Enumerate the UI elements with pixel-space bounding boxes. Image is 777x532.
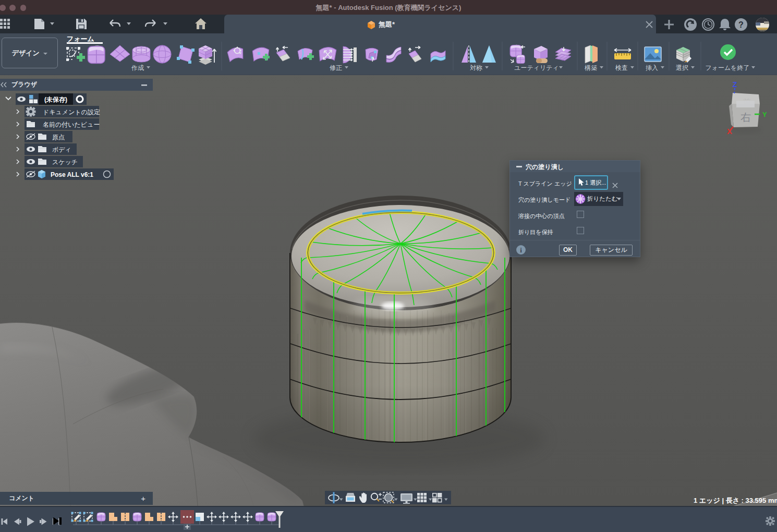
svg-text:(未保存): (未保存): [44, 96, 67, 103]
svg-text:ボディ: ボディ: [52, 146, 71, 153]
svg-text:?: ?: [738, 20, 744, 29]
svg-text:構築: 構築: [585, 64, 597, 71]
svg-text:挿入: 挿入: [646, 64, 658, 71]
svg-text:名前の付いたビュー: 名前の付いたビュー: [43, 121, 100, 128]
svg-text:ユーティリティ: ユーティリティ: [514, 64, 559, 71]
svg-text:スケッチ: スケッチ: [52, 159, 78, 166]
svg-text:ドキュメントの設定: ドキュメントの設定: [43, 108, 100, 116]
svg-text:i: i: [520, 246, 522, 254]
svg-text:検査: 検査: [615, 64, 628, 71]
svg-text:対称: 対称: [470, 64, 482, 71]
svg-text:修正: 修正: [330, 64, 342, 71]
svg-text:選択: 選択: [676, 64, 688, 71]
svg-text:フォームを終了: フォームを終了: [705, 64, 749, 71]
svg-text:無題*: 無題*: [378, 20, 395, 28]
svg-text:Y: Y: [762, 111, 767, 118]
svg-text:Z: Z: [733, 80, 737, 89]
svg-text:右: 右: [740, 112, 751, 123]
svg-text:原点: 原点: [52, 134, 65, 141]
svg-text:Pose ALL v6:1: Pose ALL v6:1: [51, 171, 93, 178]
svg-text:作成: 作成: [131, 64, 144, 71]
